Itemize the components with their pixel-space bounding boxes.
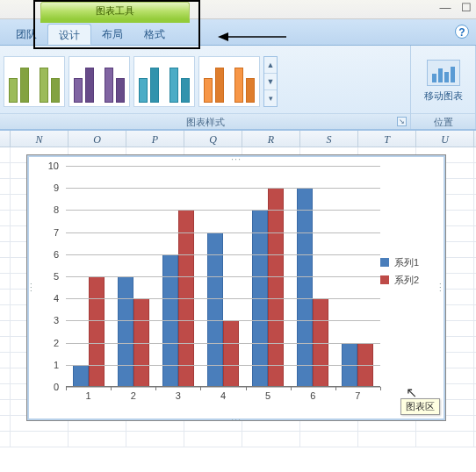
- chart-style-thumb[interactable]: [133, 56, 195, 107]
- title-bar: 图表工具 — ☐: [0, 0, 476, 19]
- bar-series1[interactable]: [297, 188, 313, 387]
- column-header[interactable]: R: [242, 131, 300, 147]
- chart-y-axis: 012345678910: [40, 166, 62, 387]
- chart-plot-area: [66, 166, 380, 387]
- chart-style-thumb[interactable]: [69, 56, 130, 107]
- move-chart-icon: [427, 60, 460, 86]
- legend-swatch-series2: [380, 275, 389, 284]
- minimize-icon[interactable]: —: [439, 2, 451, 14]
- legend-label-series2: 系列2: [394, 274, 419, 287]
- x-tick-label: 6: [310, 390, 315, 401]
- x-tick-label: 2: [131, 390, 136, 401]
- move-chart-label: 移动图表: [424, 89, 463, 103]
- ribbon-tabs: 团队 设计 布局 格式 ?: [0, 19, 476, 46]
- chart-style-thumb[interactable]: [4, 56, 65, 107]
- group-label-text: 图表样式: [186, 117, 225, 127]
- column-header[interactable]: N: [11, 131, 69, 147]
- contextual-group-indicator: [40, 19, 190, 23]
- ribbon: ▲▼▾ 图表样式 ↘ 移动图表 位置: [0, 46, 476, 130]
- column-header[interactable]: O: [69, 131, 126, 147]
- dialog-launcher-icon[interactable]: ↘: [397, 117, 407, 126]
- gallery-scroll[interactable]: ▲▼▾: [263, 56, 278, 107]
- bar-series1[interactable]: [207, 232, 223, 387]
- legend-label-series1: 系列1: [394, 256, 419, 269]
- chart-tooltip: 图表区: [400, 398, 440, 415]
- column-headers: NOPQRSTU: [0, 130, 476, 147]
- bar-series2[interactable]: [268, 188, 284, 387]
- legend-item-series2: 系列2: [380, 271, 429, 289]
- chart-style-gallery: ▲▼▾: [0, 46, 410, 113]
- legend-swatch-series1: [380, 258, 389, 267]
- bar-series1[interactable]: [73, 365, 89, 387]
- maximize-icon[interactable]: ☐: [460, 2, 472, 14]
- column-header[interactable]: Q: [184, 131, 242, 147]
- contextual-tab-chart-tools: 图表工具: [40, 2, 190, 19]
- chart-x-axis: 1234567: [66, 390, 380, 404]
- chart-style-thumb[interactable]: [198, 56, 260, 107]
- help-icon[interactable]: ?: [455, 25, 469, 39]
- tab-team[interactable]: 团队: [5, 24, 47, 45]
- tab-layout[interactable]: 布局: [91, 24, 133, 45]
- tab-design[interactable]: 设计: [47, 24, 91, 45]
- x-tick-label: 4: [220, 390, 226, 401]
- bar-series2[interactable]: [89, 276, 105, 387]
- legend-item-series1: 系列1: [380, 254, 429, 271]
- x-tick-label: 3: [176, 390, 181, 401]
- column-header[interactable]: P: [126, 131, 184, 147]
- column-header[interactable]: T: [358, 131, 416, 147]
- embedded-chart[interactable]: ∙∙∙ ∙∙∙ ∙∙∙ ∙∙∙ 012345678910 1234567 系列1…: [26, 154, 446, 421]
- window-controls: — ☐: [439, 2, 472, 14]
- tab-format[interactable]: 格式: [133, 24, 176, 45]
- ribbon-group-chart-styles: ▲▼▾ 图表样式 ↘: [0, 46, 411, 129]
- group-label-chart-styles: 图表样式 ↘: [0, 113, 410, 129]
- x-tick-label: 5: [265, 390, 270, 401]
- column-header[interactable]: S: [300, 131, 358, 147]
- chart-legend: 系列1 系列2: [380, 254, 429, 289]
- move-chart-button[interactable]: 移动图表: [418, 51, 469, 112]
- cell-grid[interactable]: ∙∙∙ ∙∙∙ ∙∙∙ ∙∙∙ 012345678910 1234567 系列1…: [0, 147, 476, 463]
- x-tick-label: 7: [355, 390, 360, 401]
- column-header[interactable]: U: [416, 131, 474, 147]
- worksheet-area: NOPQRSTU ∙∙∙ ∙∙∙ ∙∙∙ ∙∙∙ 012345678910 12…: [0, 130, 476, 463]
- x-tick-label: 1: [86, 390, 91, 401]
- ribbon-group-location: 移动图表 位置: [411, 46, 476, 129]
- bar-series2[interactable]: [223, 320, 239, 387]
- bar-series1[interactable]: [118, 276, 133, 387]
- group-label-location: 位置: [411, 113, 475, 129]
